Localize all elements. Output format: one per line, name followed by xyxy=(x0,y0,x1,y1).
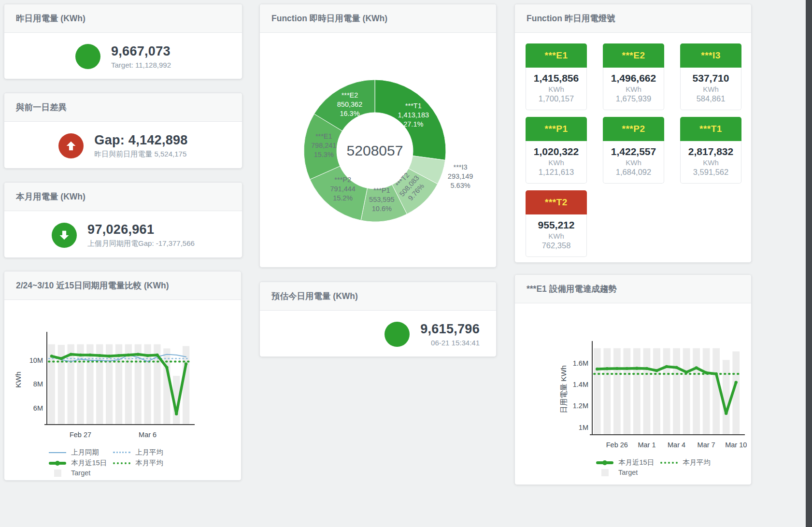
data-point xyxy=(137,353,140,356)
legend-label: 本月近15日 xyxy=(618,458,654,467)
target-bar xyxy=(653,348,660,435)
data-point xyxy=(50,355,53,357)
y-tick-label: 1.6M xyxy=(573,359,588,367)
data-point xyxy=(606,367,609,370)
data-point xyxy=(165,366,168,369)
x-tick-label: Mar 6 xyxy=(139,431,157,439)
y-axis-label: 日用電量 KWh xyxy=(559,365,568,413)
legend-item[interactable]: 本月平均 xyxy=(113,458,177,468)
tile-status-header: ***P1 xyxy=(526,117,587,141)
data-point xyxy=(108,355,111,357)
panel-title: 與前一日差異 xyxy=(16,102,67,112)
target-bar xyxy=(613,348,621,435)
data-point xyxy=(635,367,638,370)
panel-month-usage: 本月用電量 (KWh) 97,026,961 上個月同期用電Gap: -17,3… xyxy=(4,182,242,258)
legend-swatch-dot-blue-icon xyxy=(113,452,130,453)
legend-label: 本月平均 xyxy=(135,458,163,468)
x-tick-label: Mar 10 xyxy=(725,441,747,449)
target-bar xyxy=(633,348,641,435)
tile-unit: KWh xyxy=(528,158,584,167)
stat-value: 97,026,961 xyxy=(87,222,195,237)
data-point xyxy=(665,365,668,368)
panel-title: Function 昨日用電燈號 xyxy=(527,14,615,23)
tile-label: ***T1 xyxy=(699,124,722,134)
light-tile[interactable]: ***T12,817,832KWh3,591,562 xyxy=(680,117,741,184)
legend-item[interactable]: Target xyxy=(49,469,113,477)
panel-e1-trend: ***E1 設備用電達成趨勢 1M1.2M1.4M1.6MFeb 26Mar 1… xyxy=(514,274,752,485)
tile-status-header: ***T2 xyxy=(526,190,587,214)
data-point xyxy=(705,371,708,374)
panel-header: Function 昨日用電燈號 xyxy=(515,4,751,33)
panel-header: 與前一日差異 xyxy=(4,93,242,122)
target-bar xyxy=(683,348,690,435)
light-tile[interactable]: ***E21,496,662KWh1,675,939 xyxy=(603,43,664,110)
light-tile[interactable]: ***I3537,710KWh584,861 xyxy=(680,43,741,110)
tile-label: ***E2 xyxy=(622,50,645,61)
x-tick-label: Feb 26 xyxy=(606,441,628,449)
x-tick-label: Mar 4 xyxy=(668,441,685,449)
e1_trend-svg: 1M1.2M1.4M1.6MFeb 26Mar 1Mar 4Mar 7Mar 1… xyxy=(515,338,747,456)
target-bar xyxy=(623,348,630,435)
arrow-down-icon xyxy=(52,223,77,248)
data-point xyxy=(675,366,678,369)
tile-value: 537,710 xyxy=(683,72,739,84)
data-point xyxy=(185,362,187,365)
tile-status-header: ***I3 xyxy=(680,43,741,68)
panel-yesterday-usage: 昨日用電量 (KWh) 9,667,073 Target: 11,128,992 xyxy=(4,4,242,79)
page-scrollbar[interactable] xyxy=(806,0,812,527)
stat-value: 9,615,796 xyxy=(420,322,480,337)
tile-status-header: ***T1 xyxy=(680,117,741,141)
tile-label: ***P1 xyxy=(545,124,568,134)
panel-compare-chart: 2/24~3/10 近15日同期用電量比較 (KWh) 6M8M10MFeb 2… xyxy=(4,271,242,481)
panel-title: Function 即時日用電量 (KWh) xyxy=(271,14,387,23)
data-point xyxy=(725,412,727,415)
legend-item[interactable]: 本月平均 xyxy=(660,458,725,467)
tile-target-value: 1,675,939 xyxy=(605,94,662,103)
data-point xyxy=(615,367,618,370)
tile-label: ***P2 xyxy=(622,124,645,134)
tile-unit: KWh xyxy=(528,232,584,240)
tile-target-value: 1,700,157 xyxy=(528,94,584,103)
stat-body: 9,615,796 06-21 15:34:41 xyxy=(260,311,496,357)
x-tick-label: Mar 7 xyxy=(698,441,715,449)
tile-target-value: 584,861 xyxy=(683,94,739,103)
legend-item[interactable]: 上月平均 xyxy=(113,448,177,457)
data-point xyxy=(88,354,91,356)
compare-chart: 6M8M10MFeb 27Mar 6KWh xyxy=(4,328,241,448)
legend-item[interactable]: 上月同期 xyxy=(49,448,113,457)
panel-header: ***E1 設備用電達成趨勢 xyxy=(515,275,751,303)
x-tick-label: Feb 27 xyxy=(70,431,91,439)
target-bar xyxy=(594,348,601,435)
stat-subtext: Target: 11,128,992 xyxy=(111,61,171,69)
data-point xyxy=(655,369,658,372)
e1-trend-chart-legend: 本月近15日本月平均Target xyxy=(515,458,751,476)
target-bar xyxy=(723,360,730,435)
tile-target-value: 3,591,562 xyxy=(683,168,739,177)
data-point xyxy=(735,381,738,384)
data-point xyxy=(685,370,688,373)
light-tile[interactable]: ***P11,020,322KWh1,121,613 xyxy=(526,117,587,184)
legend-item[interactable]: 本月近15日 xyxy=(596,458,660,467)
tile-value: 1,415,856 xyxy=(528,72,584,84)
light-tile[interactable]: ***P21,422,557KWh1,684,092 xyxy=(603,117,664,184)
green-status-circle-icon xyxy=(75,44,100,69)
panel-realtime-donut: Function 即時日用電量 (KWh) ***T11,413,18327.1… xyxy=(259,4,497,268)
tile-target-value: 762,358 xyxy=(528,241,584,250)
data-point xyxy=(596,368,598,370)
tile-value: 955,212 xyxy=(528,219,584,231)
y-axis-label: KWh xyxy=(14,371,22,388)
panel-header: 昨日用電量 (KWh) xyxy=(4,4,242,33)
data-point xyxy=(645,367,648,370)
x-tick-label: Mar 1 xyxy=(638,441,655,449)
legend-swatch-square-icon xyxy=(601,469,609,476)
compare-svg: 6M8M10MFeb 27Mar 6KWh xyxy=(4,328,236,446)
light-tile[interactable]: ***E11,415,856KWh1,700,157 xyxy=(526,43,587,110)
tile-body: 1,020,322KWh1,121,613 xyxy=(526,141,587,184)
tile-label: ***T2 xyxy=(545,197,568,208)
target-bar xyxy=(663,348,670,435)
tile-value: 1,422,557 xyxy=(605,146,662,157)
light-tile[interactable]: ***T2955,212KWh762,358 xyxy=(526,190,587,257)
legend-item[interactable]: 本月近15日 xyxy=(49,458,113,468)
target-bar xyxy=(703,348,710,435)
legend-item[interactable]: Target xyxy=(596,469,660,476)
